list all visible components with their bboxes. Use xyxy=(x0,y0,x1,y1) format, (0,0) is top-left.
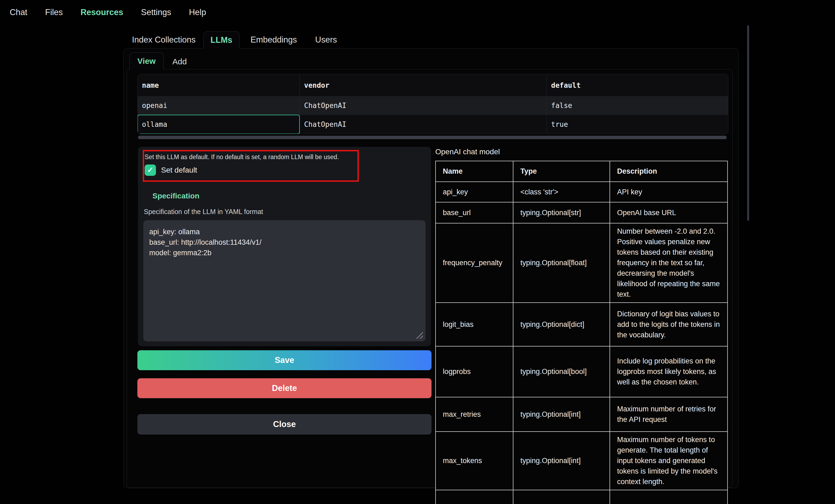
table-row: logit_bias typing.Optional[dict] Diction… xyxy=(435,302,728,346)
field-name: max_tokens xyxy=(435,432,513,490)
field-name: logit_bias xyxy=(435,302,513,346)
specification-heading: Specification xyxy=(152,192,199,200)
llm-cell-vendor[interactable]: ChatOpenAI xyxy=(300,115,547,134)
field-description: OpenAI base URL xyxy=(610,202,728,223)
field-description: API key xyxy=(610,182,728,202)
field-description: Include log probabilities on the logprob… xyxy=(610,346,728,397)
subtab-view-label: View xyxy=(137,57,156,66)
model-col-header-type: Type xyxy=(513,161,610,182)
llm-col-header-default: default xyxy=(547,74,728,96)
field-name xyxy=(435,490,513,504)
save-button[interactable]: Save xyxy=(137,350,431,370)
tab-llms-label: LLMs xyxy=(211,35,232,45)
delete-button[interactable]: Delete xyxy=(137,378,431,398)
llm-cell-name-selected[interactable]: ollama xyxy=(138,115,300,134)
nav-item-help[interactable]: Help xyxy=(189,7,206,17)
table-row-partial xyxy=(435,490,728,504)
tab-index-collections[interactable]: Index Collections xyxy=(132,35,196,45)
subtab-add[interactable]: Add xyxy=(172,57,187,66)
nav-item-files[interactable]: Files xyxy=(45,7,62,17)
specification-caption: Specification of the LLM in YAML format xyxy=(144,208,263,216)
nav-item-resources[interactable]: Resources xyxy=(81,7,123,17)
field-name: frequency_penalty xyxy=(435,223,513,302)
tab-llms[interactable]: LLMs xyxy=(203,31,240,48)
field-name: max_retries xyxy=(435,397,513,432)
llm-col-header-vendor: vendor xyxy=(300,74,547,96)
llm-cell-vendor[interactable]: ChatOpenAI xyxy=(300,96,547,115)
model-panel-title: OpenAI chat model xyxy=(435,148,500,156)
set-default-help-text: Set this LLM as default. If no default i… xyxy=(145,153,339,161)
llm-cell-name[interactable]: openai xyxy=(138,96,300,115)
field-type: typing.Optional[int] xyxy=(513,432,610,490)
field-description: Dictionary of logit bias values to add t… xyxy=(610,302,728,346)
field-name: api_key xyxy=(435,182,513,202)
vertical-scrollbar[interactable] xyxy=(747,25,749,221)
field-name: base_url xyxy=(435,202,513,223)
yaml-spec-textarea[interactable]: api_key: ollama base_url: http://localho… xyxy=(143,220,426,341)
table-row-ollama[interactable]: ollama ChatOpenAI true xyxy=(138,115,728,134)
set-default-label: Set default xyxy=(161,165,197,176)
model-schema-table: Name Type Description api_key <class 'st… xyxy=(435,161,728,504)
checkmark-icon: ✓ xyxy=(147,166,153,174)
field-type: typing.Optional[bool] xyxy=(513,346,610,397)
table-row-openai[interactable]: openai ChatOpenAI false xyxy=(138,96,728,115)
close-button[interactable]: Close xyxy=(137,414,431,435)
tab-users[interactable]: Users xyxy=(315,35,337,45)
field-type: typing.Optional[float] xyxy=(513,223,610,302)
field-description xyxy=(610,490,728,504)
llm-table-header-row: name vendor default xyxy=(138,74,728,96)
llm-col-header-name: name xyxy=(138,74,300,96)
table-row: logprobs typing.Optional[bool] Include l… xyxy=(435,346,728,397)
table-row: max_tokens typing.Optional[int] Maximum … xyxy=(435,432,728,490)
field-name: logprobs xyxy=(435,346,513,397)
horizontal-scrollbar[interactable] xyxy=(138,136,727,139)
llm-cell-default[interactable]: false xyxy=(547,96,728,115)
model-table-header-row: Name Type Description xyxy=(435,161,728,182)
model-col-header-name: Name xyxy=(435,161,513,182)
llm-cell-default[interactable]: true xyxy=(547,115,728,134)
field-type: typing.Optional[int] xyxy=(513,397,610,432)
tab-embeddings[interactable]: Embeddings xyxy=(250,35,297,45)
field-description: Maximum number of retries for the API re… xyxy=(610,397,728,432)
llm-list-table: name vendor default openai ChatOpenAI fa… xyxy=(137,74,728,134)
field-description: Number between -2.0 and 2.0. Positive va… xyxy=(610,223,728,302)
set-default-checkbox[interactable]: ✓ xyxy=(145,165,156,176)
field-type: <class 'str'> xyxy=(513,182,610,202)
subtab-view[interactable]: View xyxy=(129,52,164,69)
nav-item-settings[interactable]: Settings xyxy=(141,7,171,17)
table-row: max_retries typing.Optional[int] Maximum… xyxy=(435,397,728,432)
field-description: Maximum number of tokens to generate. Th… xyxy=(610,432,728,490)
model-col-header-description: Description xyxy=(610,161,728,182)
top-nav: Chat Files Resources Settings Help xyxy=(0,0,835,25)
field-type: typing.Optional[str] xyxy=(513,202,610,223)
table-row: api_key <class 'str'> API key xyxy=(435,182,728,202)
field-type: typing.Optional[dict] xyxy=(513,302,610,346)
table-row: frequency_penalty typing.Optional[float]… xyxy=(435,223,728,302)
table-row: base_url typing.Optional[str] OpenAI bas… xyxy=(435,202,728,223)
field-type xyxy=(513,490,610,504)
nav-item-chat[interactable]: Chat xyxy=(10,7,27,17)
